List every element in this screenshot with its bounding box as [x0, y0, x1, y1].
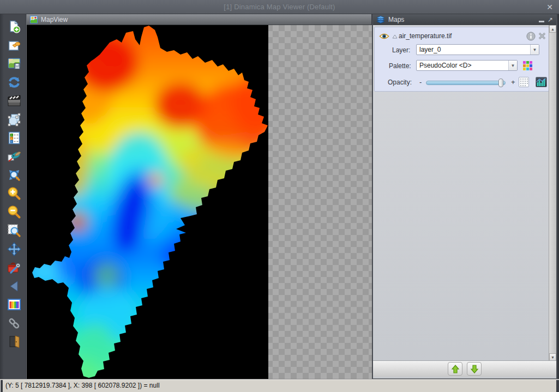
scroll-down-icon[interactable]: ▼	[549, 353, 556, 361]
layer-select-value: layer_0	[419, 46, 441, 53]
layer-name: air_temperature.tif	[399, 32, 452, 40]
import-map-icon[interactable]	[7, 38, 21, 52]
window-close-icon[interactable]: ✕	[545, 2, 555, 12]
palette-select[interactable]: PseudoColor <D> ▼	[416, 60, 518, 71]
eye-icon[interactable]	[379, 33, 389, 40]
legend-icon[interactable]	[7, 131, 21, 145]
zoom-out-icon[interactable]	[7, 205, 21, 219]
layer-label: Layer:	[392, 46, 410, 54]
zoom-in-icon[interactable]	[7, 186, 21, 201]
histogram-button[interactable]	[536, 77, 547, 87]
chevron-down-icon[interactable]: ▼	[508, 61, 517, 70]
window-title: [1] Dinamica Map Viewer (Default)	[0, 3, 559, 11]
move-layer-down-button[interactable]	[467, 362, 482, 376]
palette-label: Palette:	[389, 62, 411, 70]
pan-icon[interactable]	[7, 242, 21, 256]
map-toolbar	[0, 14, 26, 379]
layer-select-row: Layer: layer_0 ▼	[375, 44, 549, 56]
new-map-icon[interactable]	[7, 20, 21, 34]
mapview-header: MapView	[27, 14, 371, 25]
layer-reorder-bar	[373, 360, 556, 377]
histogram-icon	[536, 77, 546, 87]
mapview-title: MapView	[41, 16, 68, 23]
mapview-panel: MapView	[26, 14, 371, 379]
exit-icon[interactable]	[7, 335, 21, 349]
refresh-icon[interactable]	[7, 75, 21, 89]
zoom-area-icon[interactable]	[7, 224, 21, 238]
palette-select-value: PseudoColor <D>	[419, 62, 471, 69]
layers-icon	[376, 16, 385, 23]
matrix-view-button[interactable]	[519, 77, 529, 87]
maps-scrollbar[interactable]: ▲ ▼	[549, 25, 556, 361]
link-views-icon[interactable]	[7, 316, 21, 330]
maps-panel-title: Maps	[388, 16, 404, 23]
opacity-plus-button[interactable]: +	[511, 78, 515, 86]
scroll-up-icon[interactable]: ▲	[549, 25, 556, 33]
save-map-icon[interactable]	[7, 57, 21, 71]
move-down-icon	[470, 364, 479, 374]
palette-grid-icon[interactable]	[523, 61, 532, 70]
map-canvas[interactable]	[27, 25, 372, 379]
expander-triangle-icon[interactable]	[392, 34, 398, 39]
window-titlebar: [1] Dinamica Map Viewer (Default) ✕	[0, 0, 559, 14]
back-icon[interactable]	[7, 279, 21, 293]
move-up-icon	[450, 364, 460, 374]
maps-panel: Maps ↗ air_temperature.tif Layer:	[372, 14, 557, 379]
opacity-slider-track[interactable]	[426, 81, 506, 85]
info-icon[interactable]	[526, 32, 536, 41]
opacity-slider-handle[interactable]	[498, 79, 503, 87]
app-window: [1] Dinamica Map Viewer (Default) ✕	[0, 0, 559, 392]
layer-card: air_temperature.tif Layer: layer_0 ▼ Pal…	[374, 27, 549, 92]
layer-title-row: air_temperature.tif	[375, 30, 549, 42]
toolbox-icon[interactable]	[7, 261, 21, 275]
colors-icon[interactable]	[7, 298, 21, 312]
mapview-icon	[30, 16, 38, 23]
cursor-coordinates-text: (Y: 5 [ 7812919.7384 ], X: 398 [ 602078.…	[5, 382, 160, 389]
layer-select[interactable]: layer_0 ▼	[416, 44, 539, 55]
close-icon[interactable]	[538, 32, 546, 40]
status-bar: (Y: 5 [ 7812919.7384 ], X: 398 [ 602078.…	[0, 379, 559, 392]
zoom-full-extent-icon[interactable]	[7, 168, 21, 182]
matrix-view-icon	[519, 77, 528, 87]
maps-panel-header: Maps ↗	[373, 14, 556, 25]
animation-icon[interactable]	[7, 94, 21, 108]
float-panel-icon[interactable]: ↗	[548, 16, 553, 23]
maps-panel-body: air_temperature.tif Layer: layer_0 ▼ Pal…	[373, 25, 556, 378]
identify-bird-icon[interactable]	[7, 149, 21, 164]
move-layer-up-button[interactable]	[448, 362, 462, 376]
palette-select-row: Palette: PseudoColor <D> ▼	[375, 60, 549, 72]
copy-selection-icon[interactable]	[7, 112, 21, 126]
minimize-icon[interactable]	[539, 21, 544, 22]
opacity-minus-button[interactable]: -	[419, 78, 422, 86]
chevron-down-icon[interactable]: ▼	[530, 45, 539, 55]
opacity-label: Opacity:	[388, 79, 412, 86]
opacity-row: Opacity: - +	[375, 76, 549, 88]
opacity-slider[interactable]	[426, 79, 506, 87]
